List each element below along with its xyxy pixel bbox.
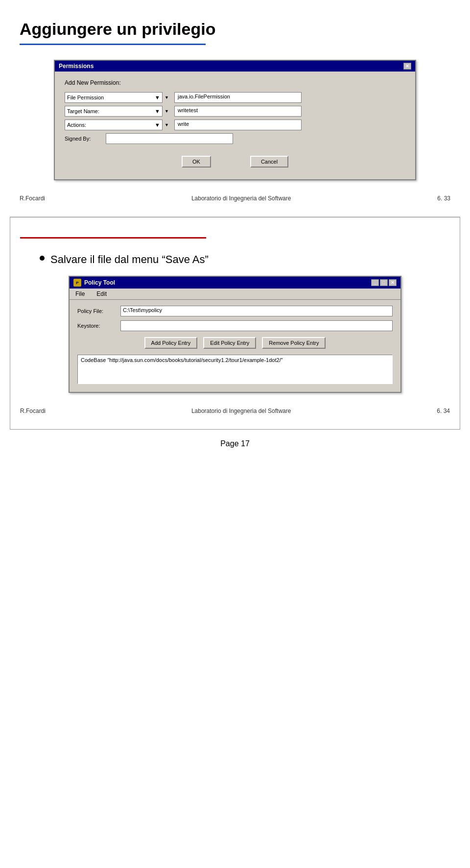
actions-input[interactable]: write — [174, 120, 302, 130]
bullet-item-1: Salvare il file dal menu “Save As” — [20, 253, 450, 266]
bullet-icon — [40, 256, 45, 261]
page-number: Page 17 — [0, 430, 470, 463]
edit-policy-entry-button[interactable]: Edit Policy Entry — [203, 337, 256, 349]
slide1-title: Aggiungere un privilegio — [20, 20, 450, 39]
permission-row-2: Target Name: ▼ ▼ writetest — [65, 106, 405, 117]
permission-class-input[interactable]: java.io.FilePermission — [174, 92, 302, 103]
actions-select[interactable]: Actions: ▼ — [65, 120, 163, 130]
permission-type-select[interactable]: File Permission ▼ — [65, 92, 163, 103]
policy-action-buttons: Add Policy Entry Edit Policy Entry Remov… — [77, 337, 393, 349]
permissions-body: Add New Permission: File Permission ▼ ▼ … — [55, 72, 415, 179]
dialog-buttons: OK Cancel — [65, 152, 405, 171]
policy-max-button[interactable]: □ — [380, 279, 388, 286]
signed-by-input[interactable] — [106, 133, 233, 144]
target-name-label: Target Name: — [67, 108, 99, 114]
actions-arrow: ▼ — [155, 122, 160, 128]
policy-file-label: Policy File: — [77, 308, 117, 314]
target-name-select[interactable]: Target Name: ▼ — [65, 106, 163, 117]
slide-2: Salvare il file dal menu “Save As” P Pol… — [10, 217, 460, 430]
slide-1: Aggiungere un privilegio Permissions ✕ A… — [10, 0, 460, 217]
slide2-footer-center: Laboratorio di Ingegneria del Software — [191, 408, 291, 414]
keystore-label: Keystore: — [77, 323, 117, 329]
policy-close-button[interactable]: ✕ — [389, 279, 397, 286]
policy-file-row: Policy File: C:\Test\mypolicy — [77, 306, 393, 316]
slide1-footer-left: R.Focardi — [20, 195, 45, 202]
slide2-footer-right: 6. 34 — [437, 408, 450, 414]
slide1-footer: R.Focardi Laboratorio di Ingegneria del … — [20, 195, 450, 202]
add-policy-entry-button[interactable]: Add Policy Entry — [144, 337, 198, 349]
permission-type-value: File Permission — [67, 95, 104, 100]
slide1-blue-line — [20, 44, 206, 45]
permission-type-arrow: ▼ — [155, 95, 160, 100]
menu-edit[interactable]: Edit — [94, 290, 109, 298]
permission-row-3: Actions: ▼ ▼ write — [65, 120, 405, 130]
keystore-row: Keystore: — [77, 320, 393, 331]
policy-file-input[interactable]: C:\Test\mypolicy — [120, 306, 393, 316]
permissions-dialog: Permissions ✕ Add New Permission: File P… — [54, 60, 416, 180]
menu-file[interactable]: File — [73, 290, 87, 298]
policy-list-area[interactable]: CodeBase "http://java.sun.com/docs/books… — [77, 355, 393, 384]
permissions-titlebar: Permissions ✕ — [55, 61, 415, 72]
target-name-arrow: ▼ — [155, 108, 160, 114]
slide2-footer-left: R.Focardi — [20, 408, 46, 414]
permission-row-1: File Permission ▼ ▼ java.io.FilePermissi… — [65, 92, 405, 103]
bullet-text-1: Salvare il file dal menu “Save As” — [50, 253, 209, 266]
ok-button[interactable]: OK — [182, 156, 211, 168]
slide2-footer: R.Focardi Laboratorio di Ingegneria del … — [20, 408, 450, 414]
signed-by-label: Signed By: — [65, 136, 104, 142]
keystore-input[interactable] — [120, 320, 393, 331]
policy-titlebar-buttons: _ □ ✕ — [371, 279, 397, 286]
close-button[interactable]: ✕ — [403, 63, 411, 70]
titlebar-buttons: ✕ — [403, 63, 411, 70]
target-name-input[interactable]: writetest — [174, 106, 302, 117]
policy-menubar: File Edit — [70, 289, 400, 300]
actions-label: Actions: — [67, 122, 86, 128]
actions-arrow-btn[interactable]: ▼ — [164, 122, 172, 127]
policy-tool-title: Policy Tool — [84, 279, 115, 286]
permissions-title: Permissions — [59, 63, 94, 70]
slide2-red-line — [20, 237, 206, 239]
codebase-entry: CodeBase "http://java.sun.com/docs/books… — [81, 357, 283, 363]
slide1-footer-center: Laboratorio di Ingegneria del Software — [191, 195, 291, 202]
policy-tool-window: P Policy Tool _ □ ✕ File Edit Policy Fil… — [69, 276, 401, 393]
policy-body: Policy File: C:\Test\mypolicy Keystore: … — [70, 300, 400, 392]
slide1-footer-right: 6. 33 — [437, 195, 450, 202]
policy-title-left: P Policy Tool — [73, 279, 115, 287]
policy-titlebar: P Policy Tool _ □ ✕ — [70, 277, 400, 289]
policy-tool-icon: P — [73, 279, 81, 287]
add-permission-label: Add New Permission: — [65, 79, 405, 86]
target-arrow-btn[interactable]: ▼ — [164, 109, 172, 114]
select-arrow-btn[interactable]: ▼ — [164, 95, 172, 100]
signed-by-row: Signed By: — [65, 133, 405, 144]
remove-policy-entry-button[interactable]: Remove Policy Entry — [262, 337, 326, 349]
policy-min-button[interactable]: _ — [371, 279, 379, 286]
cancel-button[interactable]: Cancel — [250, 156, 288, 168]
